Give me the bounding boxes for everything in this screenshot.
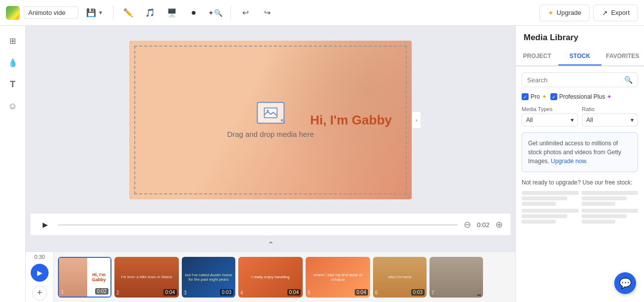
ratio-select[interactable]: All ▾ bbox=[582, 114, 639, 126]
plus-icon: + bbox=[37, 288, 43, 298]
clip-1-duration: 0:02 bbox=[95, 288, 108, 295]
drag-drop-label: Drag and drop media here bbox=[227, 129, 314, 138]
pro-filter-checkbox[interactable]: ✓ Pro ✦ bbox=[522, 93, 546, 100]
panel-body: 🔍 ✓ Pro ✦ ✓ Professional Plus ✦ Media Ty bbox=[516, 66, 644, 302]
pro-badge: ✦ bbox=[542, 94, 546, 100]
color-tool-button[interactable]: 💧 bbox=[4, 54, 22, 71]
panel-tabs: PROJECT STOCK FAVORITES bbox=[516, 48, 644, 66]
pencil-icon: ✏️ bbox=[123, 8, 133, 17]
export-label: Export bbox=[611, 9, 630, 16]
professional-plus-label: Professional Plus bbox=[559, 93, 605, 100]
getty-info-box: Get unlimited access to millions of stoc… bbox=[522, 132, 638, 172]
collapse-panel-button[interactable]: › bbox=[412, 111, 421, 129]
play-icon-small: ▶ bbox=[43, 221, 48, 229]
undo-button[interactable]: ↩ bbox=[237, 4, 255, 22]
media-types-select[interactable]: All ▾ bbox=[522, 114, 578, 126]
screen-tool-button[interactable]: 🖥️ bbox=[163, 4, 181, 22]
chat-icon: 💬 bbox=[619, 277, 632, 289]
tab-project[interactable]: PROJECT bbox=[516, 48, 558, 65]
timeline-clip-5[interactable]: where I had my first taste of octopus 0:… bbox=[306, 257, 370, 298]
panel-title: Media Library bbox=[516, 26, 644, 48]
select-row: Media Types All ▾ Ratio All ▾ bbox=[522, 106, 638, 126]
skeleton-item-2 bbox=[582, 191, 639, 206]
play-button-small[interactable]: ▶ bbox=[38, 218, 52, 232]
skeleton-item-1 bbox=[522, 191, 579, 206]
text-icon: T bbox=[10, 79, 15, 90]
clip-7-number: 7 bbox=[431, 290, 434, 296]
layout-tool-button[interactable]: ⊞ bbox=[4, 32, 22, 50]
search-box: 🔍 bbox=[522, 72, 638, 87]
skeleton-line bbox=[582, 196, 627, 200]
pro-checkbox[interactable]: ✓ bbox=[522, 93, 529, 100]
search-input[interactable] bbox=[527, 76, 621, 84]
redo-button[interactable]: ↪ bbox=[259, 4, 276, 22]
color-icon: 💧 bbox=[8, 58, 18, 67]
playback-bar: ▶ ⊖ 0:02 ⊕ bbox=[30, 214, 511, 236]
clip-7-duration bbox=[477, 295, 481, 296]
timeline-clip-6[interactable]: when I'm home 0:03 6 bbox=[373, 257, 427, 298]
timeline-clip-4[interactable]: I really enjoy traveling 0:04 4 bbox=[238, 257, 303, 298]
topbar: Animoto vide 💾 ▼ ✏️ 🎵 🖥️ ● ✦🔍 ↩ ↪ ✦ Upgr… bbox=[0, 0, 644, 26]
timeline-time: 0:30 bbox=[34, 254, 45, 260]
clip-3-duration: 0:03 bbox=[220, 289, 233, 296]
save-dropdown-icon: ▼ bbox=[98, 10, 103, 15]
text-tool-button[interactable]: T bbox=[4, 75, 22, 93]
skeleton-line bbox=[582, 214, 627, 218]
canvas[interactable]: Hi, I'm Gabby ↖ Drag and drop media here bbox=[129, 41, 412, 199]
separator-2 bbox=[230, 6, 231, 20]
tab-stock[interactable]: STOCK bbox=[558, 48, 601, 65]
timeline-clip-3[interactable]: but I've called Austin home for the past… bbox=[182, 257, 235, 298]
upgrade-now-link[interactable]: Upgrade now. bbox=[551, 158, 588, 165]
upgrade-button[interactable]: ✦ Upgrade bbox=[539, 4, 590, 21]
timeline-play-button[interactable]: ▶ bbox=[31, 264, 49, 282]
skeleton-item-3 bbox=[522, 209, 579, 224]
skeleton-line bbox=[582, 220, 616, 224]
time-display: 0:02 bbox=[477, 221, 489, 229]
filter-row: ✓ Pro ✦ ✓ Professional Plus ✦ bbox=[522, 93, 638, 100]
sticker-tool-button[interactable]: ☺ bbox=[4, 97, 22, 115]
app-logo bbox=[6, 6, 20, 20]
clip-1-number: 1 bbox=[61, 289, 64, 295]
pencil-tool-button[interactable]: ✏️ bbox=[119, 4, 137, 22]
progress-bar[interactable] bbox=[58, 224, 458, 226]
save-button[interactable]: 💾 ▼ bbox=[82, 4, 107, 22]
time-minus-icon[interactable]: ⊖ bbox=[464, 219, 471, 230]
redo-icon: ↪ bbox=[264, 8, 270, 17]
free-stock-text: Not ready to upgrade? Use our free stock… bbox=[522, 178, 638, 187]
stock-preview-grid bbox=[522, 191, 638, 224]
skeleton-line bbox=[582, 202, 616, 206]
star-icon: ✦ bbox=[548, 9, 554, 17]
time-plus-icon[interactable]: ⊕ bbox=[495, 219, 503, 230]
panel-header: Media Library PROJECT STOCK FAVORITES bbox=[516, 26, 644, 66]
ratio-label: Ratio bbox=[582, 106, 639, 112]
clip-6-duration: 0:03 bbox=[411, 289, 425, 296]
skeleton-line bbox=[522, 214, 567, 218]
media-drop-zone[interactable]: ↖ Drag and drop media here bbox=[227, 102, 314, 138]
upgrade-label: Upgrade bbox=[557, 9, 582, 16]
tab-favorites[interactable]: FAVORITES bbox=[601, 48, 644, 65]
left-sidebar: ⊞ 💧 T ☺ bbox=[0, 26, 26, 302]
search-icon: 🔍 bbox=[624, 76, 633, 84]
export-button[interactable]: ↗ Export bbox=[593, 4, 638, 21]
timeline-clip-2[interactable]: I'm from a little town in Maine 0:04 2 bbox=[114, 257, 179, 298]
professional-plus-filter-checkbox[interactable]: ✓ Professional Plus ✦ bbox=[550, 93, 612, 100]
plus-badge: ✦ bbox=[607, 94, 611, 100]
timeline-controls: 0:30 ▶ + bbox=[26, 252, 54, 302]
project-title[interactable]: Animoto vide bbox=[24, 6, 78, 19]
timeline-clip-1[interactable]: Hi, I'mGabby 0:02 1 bbox=[58, 257, 111, 298]
clip-5-duration: 0:04 bbox=[355, 289, 368, 296]
music-tool-button[interactable]: 🎵 bbox=[141, 4, 159, 22]
search-tool-button[interactable]: ✦🔍 bbox=[207, 4, 224, 22]
layout-icon: ⊞ bbox=[9, 36, 16, 46]
chat-button[interactable]: 💬 bbox=[614, 272, 636, 294]
media-types-chevron: ▾ bbox=[571, 117, 574, 123]
collapse-handle[interactable]: ⌃ bbox=[26, 238, 515, 251]
skeleton-line bbox=[522, 202, 556, 206]
timeline-add-button[interactable]: + bbox=[32, 286, 47, 301]
record-tool-button[interactable]: ● bbox=[185, 4, 203, 22]
professional-plus-checkbox[interactable]: ✓ bbox=[550, 93, 557, 100]
timeline-clip-7[interactable]: 7 bbox=[429, 257, 483, 298]
screen-icon: 🖥️ bbox=[167, 8, 177, 17]
music-icon: 🎵 bbox=[145, 8, 155, 17]
separator bbox=[113, 6, 113, 20]
